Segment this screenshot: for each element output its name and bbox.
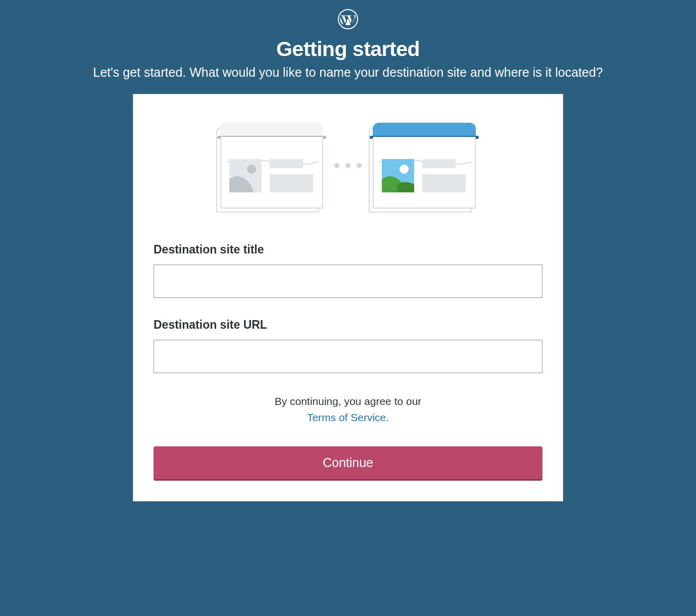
svg-point-4 [400,165,409,174]
site-url-input[interactable] [154,340,542,373]
page-title: Getting started [276,37,420,61]
site-title-input[interactable] [154,265,542,298]
source-browser-illustration [220,123,323,209]
continue-button[interactable]: Continue [154,446,542,481]
color-image-icon [382,159,414,192]
terms-link[interactable]: Terms of Service. [307,412,389,423]
illustration-area [154,123,542,209]
svg-point-2 [247,165,256,174]
placeholder-image-icon [229,159,262,192]
terms-text: By continuing, you agree to our Terms of… [154,393,542,425]
page-container: Getting started Let's get started. What … [0,0,696,501]
onboarding-card: Destination site title Destination site … [133,94,563,501]
site-title-label: Destination site title [154,243,542,256]
site-title-group: Destination site title [154,243,542,298]
wordpress-logo-icon [338,9,358,31]
site-url-group: Destination site URL [154,318,542,373]
page-subtitle: Let's get started. What would you like t… [93,65,603,80]
destination-browser-illustration [373,123,476,209]
site-url-label: Destination site URL [154,318,542,332]
terms-prefix: By continuing, you agree to our [275,395,422,407]
transfer-dots-icon [334,163,362,168]
